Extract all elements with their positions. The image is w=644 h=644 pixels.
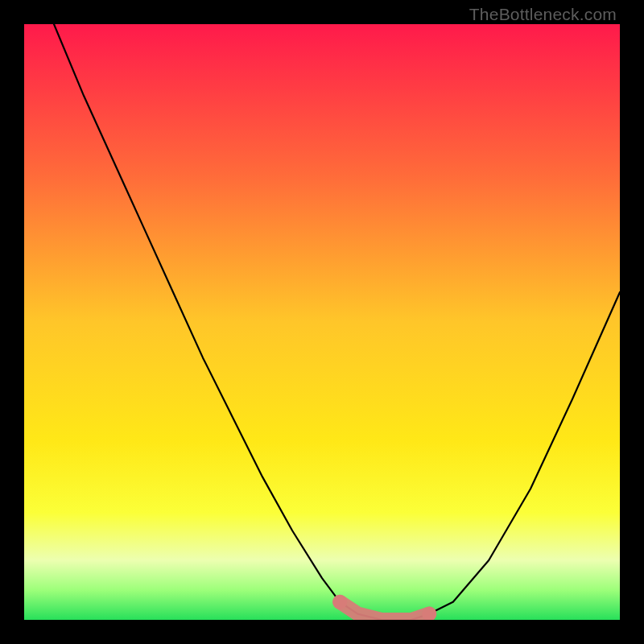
bottleneck-curve bbox=[24, 24, 620, 620]
svg-point-1 bbox=[332, 595, 347, 609]
watermark-label: TheBottleneck.com bbox=[469, 5, 617, 24]
chart-frame: TheBottleneck.com bbox=[0, 0, 644, 644]
plot-area bbox=[24, 24, 620, 620]
